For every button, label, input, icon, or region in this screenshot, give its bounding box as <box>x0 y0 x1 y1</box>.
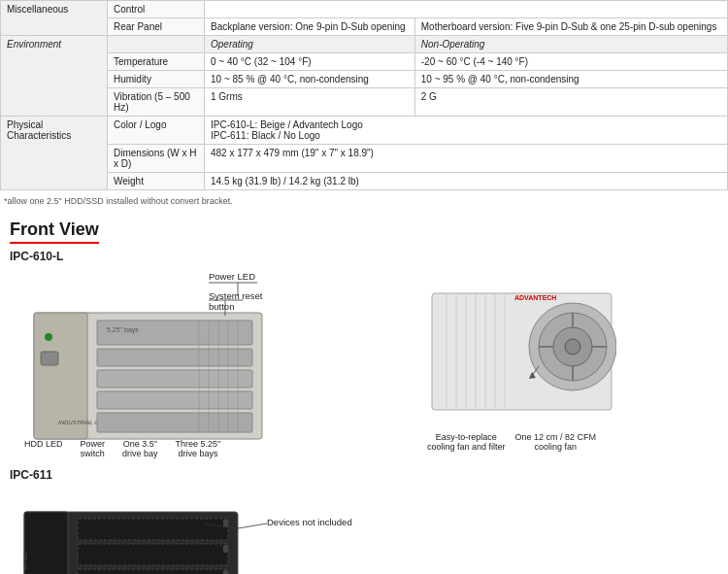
model-label-611: IPC-611 <box>10 468 718 482</box>
value-weight: 14.5 kg (31.9 lb) / 14.2 kg (31.2 lb) <box>205 173 728 190</box>
specs-table-wrapper: Miscellaneous Control Rear Panel Backpla… <box>0 0 728 190</box>
header-operating: Operating <box>205 36 415 53</box>
label-drive-525: Three 5.25"drive bays <box>176 439 221 458</box>
label-temperature: Temperature <box>108 53 205 71</box>
label-control: Control <box>108 1 205 18</box>
label-dimensions: Dimensions (W x H x D) <box>108 145 205 173</box>
ipc611-diagram: IPC-611 Devices not included <box>10 488 718 574</box>
bottom-labels-container: HDD LED Powerswitch One 3.5"drive bay Th… <box>24 439 220 458</box>
svg-line-48 <box>238 523 267 528</box>
svg-line-49 <box>204 524 238 528</box>
section-title: Front View <box>10 219 99 244</box>
specs-table: Miscellaneous Control Rear Panel Backpla… <box>0 0 728 190</box>
table-row-humidity: Humidity 10 ~ 85 % @ 40 °C, non-condensi… <box>1 71 728 88</box>
callout-system-reset: System resetbutton <box>209 290 262 312</box>
label-fan-filter: Easy-to-replacecooling fan and filter <box>427 432 506 452</box>
label-hdd-led: HDD LED <box>24 439 63 458</box>
value-humidity-nonop: 10 ~ 95 % @ 40 °C, non-condensing <box>414 71 727 88</box>
ipc610l-right-chassis: ADVANTECH <box>427 288 616 426</box>
table-row-vibration: Vibration (5 – 500 Hz) 1 Grms 2 G <box>1 88 728 117</box>
label-weight: Weight <box>108 173 205 190</box>
value-rear-panel-2: Motherboard version: Five 9-pin D-Sub & … <box>414 18 727 36</box>
value-temp-nonop: -20 ~ 60 °C (-4 ~ 140 °F) <box>414 53 727 71</box>
label-vibration: Vibration (5 – 500 Hz) <box>108 88 205 117</box>
label-rear-panel: Rear Panel <box>108 18 205 36</box>
category-environment: Environment <box>1 36 108 117</box>
category-physical: Physical Characteristics <box>1 117 108 190</box>
label-color: Color / Logo <box>108 117 205 145</box>
label-power-switch: Powerswitch <box>81 439 106 458</box>
table-row-color: Physical Characteristics Color / Logo IP… <box>1 117 728 145</box>
table-row-weight: Weight 14.5 kg (31.9 lb) / 14.2 kg (31.2… <box>1 173 728 190</box>
value-dimensions: 482 x 177 x 479 mm (19" x 7" x 18.9") <box>205 145 728 173</box>
label-drive-35: One 3.5"drive bay <box>122 439 158 458</box>
label-fan-cfm: One 12 cm / 82 CFMcooling fan <box>515 432 597 452</box>
table-row-temperature: Temperature 0 ~ 40 °C (32 ~ 104 °F) -20 … <box>1 53 728 71</box>
table-row: Rear Panel Backplane version: One 9-pin … <box>1 18 728 36</box>
table-row-env-header: Environment Operating Non-Operating <box>1 36 728 53</box>
chassis-610l-right-svg: ADVANTECH <box>427 288 616 424</box>
right-bottom-labels: Easy-to-replacecooling fan and filter On… <box>427 432 596 452</box>
front-view-section: Front View IPC-610-L INDUSTRIAL COMPUTER… <box>0 216 728 574</box>
value-vibration-op: 1 Grms <box>205 88 415 117</box>
model-label-610l: IPC-610-L <box>10 250 718 263</box>
callout-line-611-svg <box>10 488 398 574</box>
ipc610l-diagram: INDUSTRIAL COMPUTER IPC-610 5.25" bays P… <box>10 269 718 463</box>
value-rear-panel-1: Backplane version: One 9-pin D-Sub openi… <box>205 18 415 36</box>
value-color: IPC-610-L: Beige / Advantech LogoIPC-611… <box>205 117 728 145</box>
svg-text:ADVANTECH: ADVANTECH <box>514 294 556 301</box>
value-temp-op: 0 ~ 40 °C (32 ~ 104 °F) <box>205 53 415 71</box>
svg-point-31 <box>565 339 580 355</box>
header-non-operating: Non-Operating <box>414 36 727 53</box>
label-empty <box>108 36 205 53</box>
value-vibration-nonop: 2 G <box>414 88 727 117</box>
category-miscellaneous: Miscellaneous <box>1 1 108 36</box>
table-row-dimensions: Dimensions (W x H x D) 482 x 177 x 479 m… <box>1 145 728 173</box>
value-control <box>205 1 728 18</box>
label-humidity: Humidity <box>108 71 205 88</box>
value-humidity-op: 10 ~ 85 % @ 40 °C, non-condensing <box>205 71 415 88</box>
table-note: *allow one 2.5" HDD/SSD installed withou… <box>0 194 728 208</box>
table-row: Miscellaneous Control <box>1 1 728 18</box>
